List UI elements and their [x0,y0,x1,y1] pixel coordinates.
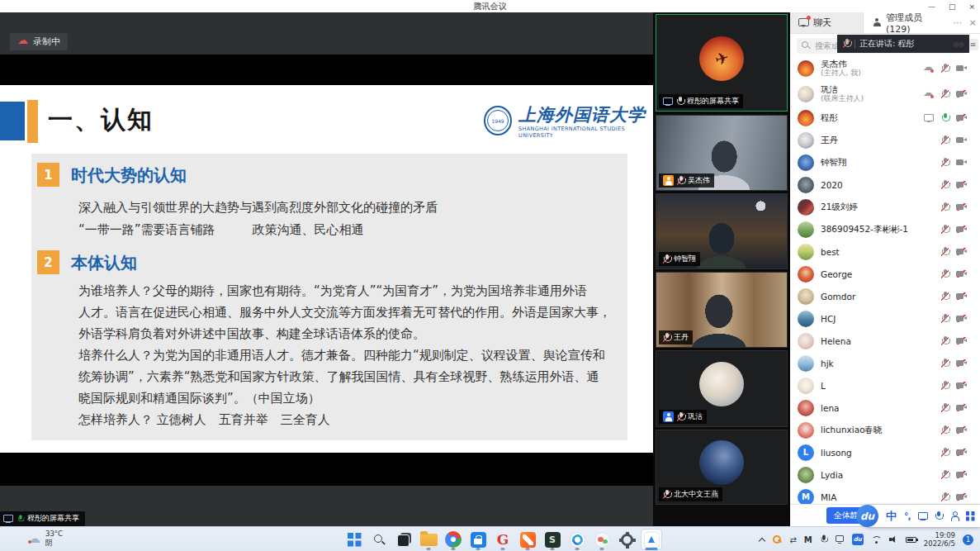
member-row[interactable]: 386909452-李彬彬-1 [790,218,980,240]
chrome-button[interactable] [443,529,464,550]
member-role: (联席主持人) [821,94,916,103]
taskbar-weather[interactable]: ☁ 33°C 阴 [28,530,63,548]
maximize-button[interactable]: □ [949,2,956,11]
video-tile-zhongzhixiang[interactable]: 钟智翔 [656,193,788,269]
member-name: lena [821,403,935,413]
taskbar-search-button[interactable] [368,529,390,550]
divider [855,40,855,49]
windows-taskbar: ☁ 33°C 阴 G S ⇄ M [0,526,980,551]
network-device-icon[interactable] [835,535,845,544]
mic-muted-icon [663,254,670,264]
ime-key-icon[interactable] [773,535,782,544]
orange-app-button[interactable] [517,529,538,550]
member-row[interactable]: Gomdor [790,285,980,307]
ime-voice-input-icon[interactable] [935,511,943,521]
video-tile-screen-share[interactable]: ✈ 程彤的屏幕共享 [656,14,788,112]
avatar [798,333,814,349]
file-explorer-button[interactable] [418,529,439,550]
ime-account-icon[interactable] [950,511,959,520]
taskbar-clock[interactable]: 19:09 2022/6/5 [924,531,955,548]
ime-punctuation-toggle[interactable]: °, [904,511,911,521]
speaker-icon[interactable] [889,535,898,544]
camera-muted-icon [956,315,967,322]
wifi-icon[interactable] [871,535,882,544]
member-row[interactable]: 21级刘婷 [790,196,980,218]
member-name: hjk [821,359,935,368]
video-tile-wangdan[interactable]: 王丹 [656,272,788,348]
section-1-badge: 1 [37,163,59,187]
mic-muted-icon [941,64,949,74]
tray-mic-icon[interactable] [820,535,826,544]
microsoft-store-button[interactable] [467,529,489,550]
member-name: L [821,381,935,391]
member-row[interactable]: L liusong [790,441,980,463]
member-name: best [821,247,935,257]
member-row[interactable]: hjk [790,352,980,374]
g-app-icon: G [497,531,509,548]
tray-overflow-chevron-icon[interactable] [758,536,765,543]
university-logo: 1949 上海外国语大学 SHANGHAI INTERNATIONAL STUD… [484,106,653,139]
sync-arrows-icon[interactable]: ⇄ [789,535,796,544]
mic-muted-icon [663,490,670,500]
video-tile-beidazhongwen[interactable]: 北大中文王燕 [656,430,788,505]
member-row[interactable]: 钟智翔 [790,151,980,173]
ime-language-mode[interactable]: 中 [886,509,897,524]
start-button[interactable] [343,529,365,550]
member-row[interactable]: M MIA [790,486,980,504]
member-row[interactable]: best [790,240,980,263]
member-row[interactable]: Lydia [790,463,980,486]
mic-muted-icon [941,336,949,346]
recording-badge[interactable]: 录制中 [10,33,68,50]
minimize-button[interactable]: — [928,2,935,11]
mic-muted-icon [941,180,949,190]
members-panel: 聊天 管理成员(129) ⋯ × ≡ 正在讲话: 程彤 ◆◆ 吴杰伟(主持人, … [790,12,980,526]
camera-muted-icon [956,359,967,367]
ime-menu-grid-icon[interactable] [966,511,975,520]
member-row[interactable]: 程彤 [790,107,980,129]
member-row[interactable]: HCJ [790,307,980,330]
member-name: 钟智翔 [821,157,935,169]
member-row[interactable]: L [790,374,980,397]
video-tile-wujiewei[interactable]: 吴杰伟 [656,115,788,191]
close-button[interactable]: × [968,2,975,11]
panel-close-button[interactable]: × [965,12,980,33]
member-row[interactable]: 吴杰伟(主持人, 我) [790,55,980,81]
member-row[interactable]: 王丹 [790,129,980,151]
ime-virtual-keyboard-icon[interactable] [918,512,928,520]
tile-label: 吴杰伟 [688,175,710,186]
wechat-button[interactable] [591,529,613,550]
drive-app-button[interactable] [566,529,588,550]
screen-share-icon [924,114,934,122]
settings-button[interactable] [616,529,637,550]
tencent-meeting-app-button[interactable] [641,529,662,550]
weather-condition: 阴 [45,539,63,548]
mic-muted-icon [941,225,949,235]
battery-icon[interactable] [906,537,916,543]
section-1-heading: 时代大势的认知 [71,164,187,187]
mic-muted-icon [941,359,949,368]
baidu-ime-logo-icon[interactable]: du [856,505,878,527]
g-app-button[interactable]: G [492,529,514,550]
panel-menu-button[interactable]: ⋯ [950,12,965,33]
task-view-button[interactable] [393,529,414,550]
member-row[interactable]: Helena [790,330,980,352]
member-row[interactable]: lena [790,397,980,419]
member-row[interactable]: lichunxiao春晓 [790,419,980,441]
baidu-ime-tray-icon[interactable]: du [852,534,864,545]
avatar [798,132,814,149]
mic-muted-icon [941,292,949,302]
video-tile-gongjie[interactable]: 巩洁 [656,350,788,427]
notification-count-badge[interactable]: 1 [963,534,973,545]
member-name: Gomdor [821,292,935,302]
avatar [699,362,744,406]
s-phone-app-button[interactable]: S [542,529,563,550]
tab-manage-members[interactable]: 管理成员(129) [864,12,950,33]
member-row[interactable]: George [790,263,980,285]
camera-muted-icon [956,203,967,211]
tab-chat[interactable]: 聊天 [790,12,864,33]
tile-label: 王丹 [674,332,689,343]
m-tray-icon[interactable]: M [804,535,812,544]
member-row[interactable]: 2020 [790,173,980,196]
camera-muted-icon [956,382,967,389]
member-row[interactable]: 巩洁(联席主持人) [790,81,980,107]
